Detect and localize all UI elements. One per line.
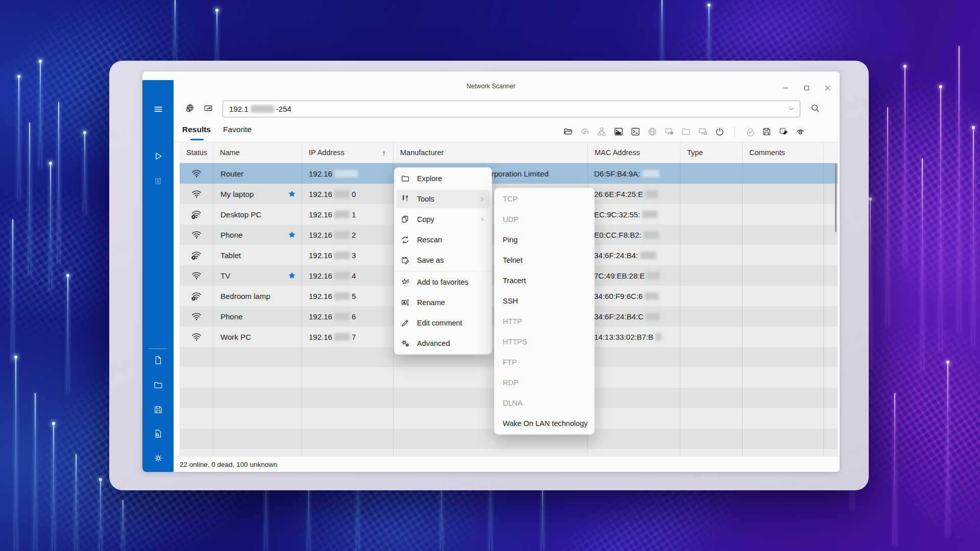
copy-icon — [401, 215, 410, 224]
gear-icon — [153, 453, 163, 463]
search-button[interactable] — [810, 103, 820, 113]
edit-icon — [401, 318, 410, 328]
menu-button[interactable] — [142, 104, 174, 114]
device-name: TV — [220, 271, 230, 280]
wifi-unknown-icon — [191, 249, 202, 261]
submenu-item-wake-on-lan[interactable]: Wake On LAN technology — [495, 413, 594, 434]
col-manufacturer[interactable]: Manufacturer — [394, 142, 588, 163]
folder-icon — [153, 380, 163, 390]
wifi-online-icon — [191, 168, 202, 179]
submenu-item-tcp: TCP — [495, 189, 594, 209]
context-menu: Explore Tools Copy Rescan Save as Add to… — [394, 167, 492, 355]
submenu-item-ssh[interactable]: SSH — [495, 291, 594, 311]
redacted-blur — [642, 170, 659, 178]
col-type[interactable]: Type — [680, 142, 743, 163]
menu-item-add-to-favorites[interactable]: Add to favorites — [395, 272, 492, 292]
close-icon[interactable] — [824, 84, 831, 92]
pause-icon — [153, 176, 163, 186]
menu-separator — [395, 271, 492, 271]
submenu-item-telnet[interactable]: Telnet — [495, 250, 594, 270]
chevron-right-icon — [479, 196, 485, 203]
menu-item-save-as[interactable]: Save as — [395, 250, 492, 270]
pause-scan-button — [142, 176, 174, 186]
device-name: Desktop PC — [220, 210, 261, 219]
device-name: Work PC — [220, 333, 251, 341]
menu-item-rename[interactable]: Rename — [395, 292, 492, 313]
window-title: Network Scanner — [142, 83, 840, 90]
col-ip-address[interactable]: IP Address↑ — [302, 142, 394, 163]
submenu-item-tracert[interactable]: Tracert — [495, 270, 594, 291]
chevron-down-icon — [788, 105, 795, 113]
clear-results-button[interactable] — [778, 127, 789, 137]
open-file-button[interactable] — [142, 380, 174, 390]
tab-favorite[interactable]: Favorite — [223, 125, 252, 134]
file-icon — [153, 355, 163, 365]
col-mac-address[interactable]: MAC Address — [588, 142, 680, 163]
mac-address: 34:6F:24:B4: — [594, 251, 638, 260]
save-button[interactable] — [142, 405, 174, 415]
mac-address: E0:CC:F8:B2: — [594, 231, 642, 239]
tab-results[interactable]: Results — [182, 125, 211, 134]
submenu-item-ping[interactable]: Ping — [495, 230, 594, 250]
submenu-item-http: HTTP — [495, 311, 594, 332]
menu-item-advanced[interactable]: Advanced — [395, 333, 492, 354]
device-name: My laptop — [220, 190, 254, 198]
start-scan-button[interactable] — [142, 151, 174, 162]
redacted-blur — [645, 190, 658, 198]
remote-scan-button[interactable] — [203, 103, 213, 113]
range-dropdown-button[interactable] — [788, 105, 795, 113]
menu-item-edit-comment[interactable]: Edit comment — [395, 313, 492, 333]
terminal-button[interactable] — [630, 127, 641, 137]
redacted-blur — [334, 292, 350, 300]
mac-address: D6:5F:B4:9A: — [594, 169, 640, 178]
power-button[interactable] — [715, 127, 725, 137]
tools-icon — [401, 194, 410, 204]
save-results-button[interactable] — [762, 127, 772, 137]
advanced-gears-icon — [401, 339, 410, 348]
network-tree-button — [597, 127, 607, 137]
minimize-icon[interactable] — [782, 84, 790, 92]
mac-address: 34:60:F9:6C:6 — [594, 292, 643, 300]
wifi-online-icon — [191, 270, 202, 281]
col-status[interactable]: Status — [180, 142, 213, 163]
ssh-terminal-button[interactable] — [614, 127, 624, 137]
maximize-icon[interactable] — [803, 84, 811, 92]
favorite-star-icon — [287, 271, 297, 280]
menu-item-copy[interactable]: Copy — [395, 209, 492, 230]
folder-icon — [401, 174, 410, 183]
vertical-scrollbar[interactable] — [835, 163, 837, 232]
submenu-item-dlna: DLNA — [495, 393, 594, 413]
sidebar — [142, 80, 174, 472]
new-file-button[interactable] — [142, 355, 174, 365]
device-name: Phone — [220, 231, 242, 239]
search-icon — [810, 103, 820, 113]
wifi-unknown-icon — [191, 290, 202, 302]
status-text: 22 online, 0 dead, 100 unknown — [180, 461, 277, 468]
open-folder-button[interactable] — [563, 127, 573, 137]
col-comments[interactable]: Comments — [743, 142, 824, 163]
toolbar-separator — [734, 126, 735, 137]
report-button[interactable] — [142, 429, 174, 439]
save-as-icon — [401, 256, 410, 265]
observe-button[interactable] — [795, 127, 805, 137]
redacted-blur — [334, 272, 350, 280]
col-filler — [824, 142, 838, 163]
menu-item-rescan[interactable]: Rescan — [395, 230, 492, 250]
settings-button[interactable] — [142, 453, 174, 463]
play-icon — [153, 151, 164, 162]
submenu-item-https: HTTPS — [495, 332, 594, 352]
status-bar: 22 online, 0 dead, 100 unknown — [174, 456, 840, 472]
rescan-icon — [401, 235, 410, 244]
redacted-blur — [334, 333, 350, 341]
scan-range-input[interactable]: 192.1 -254 — [223, 101, 800, 117]
redacted-blur — [334, 190, 350, 198]
menu-item-tools[interactable]: Tools — [395, 189, 492, 209]
redacted-blur — [334, 313, 350, 320]
col-name[interactable]: Name — [213, 142, 302, 163]
table-row[interactable]: Router 192.16 rporation Limited D6:5F:B4… — [180, 163, 838, 184]
web-button — [647, 127, 657, 137]
rename-icon — [401, 298, 410, 307]
ip-lookup-button[interactable] — [185, 103, 195, 113]
redacted-blur — [334, 170, 358, 178]
menu-item-explore[interactable]: Explore — [395, 168, 492, 189]
